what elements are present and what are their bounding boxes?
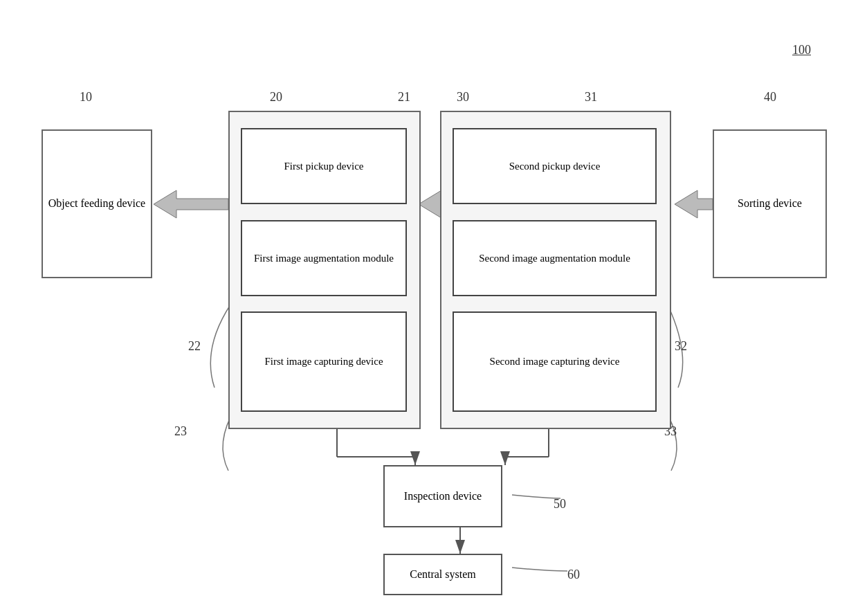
second-pickup-label: Second pickup device [509, 159, 601, 174]
first-pickup-label: First pickup device [284, 159, 364, 174]
second-aug-module-box: Second image augmentation module [453, 220, 657, 296]
svg-marker-4 [675, 190, 713, 218]
ref-21: 21 [398, 90, 410, 105]
ref-22: 22 [188, 339, 201, 354]
ref-50: 50 [554, 497, 566, 511]
ref-40: 40 [764, 90, 776, 105]
object-feeding-label: Object feeding device [48, 196, 145, 211]
central-label: Central system [410, 567, 476, 582]
diagram-container: 100 10 20 21 30 31 40 22 23 32 33 50 60 … [0, 0, 858, 616]
second-aug-label: Second image augmentation module [479, 251, 630, 266]
second-capture-label: Second image capturing device [490, 354, 620, 369]
central-system-box: Central system [383, 554, 502, 595]
ref-23: 23 [174, 424, 187, 439]
first-pickup-device-box: First pickup device [241, 128, 407, 204]
sorting-device-box: Sorting device [713, 129, 827, 278]
ref-32: 32 [675, 339, 687, 354]
ref-10: 10 [80, 90, 92, 105]
second-capture-device-box: Second image capturing device [453, 311, 657, 412]
first-aug-label: First image augmentation module [254, 251, 394, 266]
ref-20: 20 [270, 90, 282, 105]
first-capture-label: First image capturing device [264, 354, 383, 369]
ref-60: 60 [567, 568, 580, 582]
ref-31: 31 [585, 90, 597, 105]
svg-marker-2 [154, 190, 228, 218]
inspection-label: Inspection device [404, 489, 482, 504]
second-pickup-device-box: Second pickup device [453, 128, 657, 204]
inspection-device-box: Inspection device [383, 465, 502, 527]
sorting-label: Sorting device [738, 196, 802, 211]
ref-30: 30 [457, 90, 469, 105]
first-capture-device-box: First image capturing device [241, 311, 407, 412]
first-aug-module-box: First image augmentation module [241, 220, 407, 296]
object-feeding-device-box: Object feeding device [42, 129, 152, 278]
ref-100: 100 [792, 43, 811, 57]
